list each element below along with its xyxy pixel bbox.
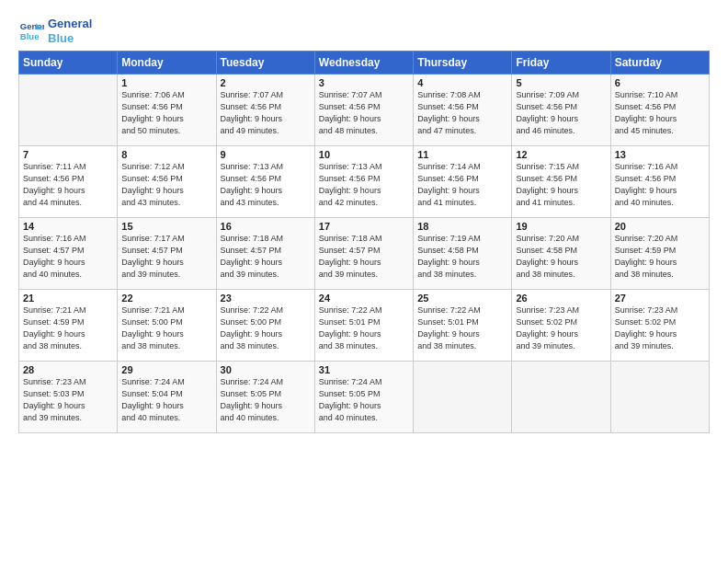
day-cell: 21Sunrise: 7:21 AMSunset: 4:59 PMDayligh… xyxy=(19,290,118,362)
day-info: Sunrise: 7:16 AMSunset: 4:57 PMDaylight:… xyxy=(23,233,113,281)
day-cell xyxy=(512,362,610,433)
day-cell: 12Sunrise: 7:15 AMSunset: 4:56 PMDayligh… xyxy=(512,146,610,218)
day-info: Sunrise: 7:23 AMSunset: 5:02 PMDaylight:… xyxy=(516,304,606,352)
day-cell: 11Sunrise: 7:14 AMSunset: 4:56 PMDayligh… xyxy=(414,146,512,218)
day-cell: 10Sunrise: 7:13 AMSunset: 4:56 PMDayligh… xyxy=(314,146,413,218)
logo-text-blue: Blue xyxy=(48,31,92,46)
day-number: 12 xyxy=(516,149,606,160)
day-info: Sunrise: 7:24 AMSunset: 5:05 PMDaylight:… xyxy=(319,376,409,424)
day-info: Sunrise: 7:15 AMSunset: 4:56 PMDaylight:… xyxy=(516,161,606,209)
header-day-monday: Monday xyxy=(118,52,216,75)
header-day-tuesday: Tuesday xyxy=(216,52,314,75)
day-info: Sunrise: 7:21 AMSunset: 4:59 PMDaylight:… xyxy=(23,304,113,352)
day-cell: 22Sunrise: 7:21 AMSunset: 5:00 PMDayligh… xyxy=(118,290,216,362)
day-cell: 9Sunrise: 7:13 AMSunset: 4:56 PMDaylight… xyxy=(216,146,314,218)
day-number: 21 xyxy=(23,293,113,304)
day-number: 8 xyxy=(121,149,211,160)
day-number: 3 xyxy=(319,77,409,88)
day-cell: 28Sunrise: 7:23 AMSunset: 5:03 PMDayligh… xyxy=(19,362,118,433)
day-number: 17 xyxy=(319,221,409,232)
week-row-1: 1Sunrise: 7:06 AMSunset: 4:56 PMDaylight… xyxy=(19,75,710,146)
day-info: Sunrise: 7:18 AMSunset: 4:57 PMDaylight:… xyxy=(221,233,311,281)
day-cell: 31Sunrise: 7:24 AMSunset: 5:05 PMDayligh… xyxy=(314,362,413,433)
day-cell: 20Sunrise: 7:20 AMSunset: 4:59 PMDayligh… xyxy=(610,218,709,290)
svg-text:General: General xyxy=(20,21,44,31)
day-number: 27 xyxy=(615,293,705,304)
day-number: 2 xyxy=(221,77,311,88)
day-info: Sunrise: 7:11 AMSunset: 4:56 PMDaylight:… xyxy=(23,161,113,209)
day-number: 30 xyxy=(221,364,311,375)
day-number: 7 xyxy=(23,149,113,160)
week-row-3: 14Sunrise: 7:16 AMSunset: 4:57 PMDayligh… xyxy=(19,218,710,290)
day-number: 24 xyxy=(319,293,409,304)
day-cell: 7Sunrise: 7:11 AMSunset: 4:56 PMDaylight… xyxy=(19,146,118,218)
calendar-table: SundayMondayTuesdayWednesdayThursdayFrid… xyxy=(18,51,710,433)
day-number: 11 xyxy=(417,149,507,160)
week-row-5: 28Sunrise: 7:23 AMSunset: 5:03 PMDayligh… xyxy=(19,362,710,433)
day-info: Sunrise: 7:14 AMSunset: 4:56 PMDaylight:… xyxy=(417,161,507,209)
day-info: Sunrise: 7:23 AMSunset: 5:03 PMDaylight:… xyxy=(23,376,113,424)
day-cell: 27Sunrise: 7:23 AMSunset: 5:02 PMDayligh… xyxy=(610,290,709,362)
day-number: 16 xyxy=(221,221,311,232)
day-info: Sunrise: 7:22 AMSunset: 5:01 PMDaylight:… xyxy=(417,304,507,352)
day-number: 14 xyxy=(23,221,113,232)
day-info: Sunrise: 7:22 AMSunset: 5:00 PMDaylight:… xyxy=(221,304,311,352)
day-cell: 2Sunrise: 7:07 AMSunset: 4:56 PMDaylight… xyxy=(216,75,314,146)
day-cell xyxy=(610,362,709,433)
day-cell: 6Sunrise: 7:10 AMSunset: 4:56 PMDaylight… xyxy=(610,75,709,146)
day-cell: 13Sunrise: 7:16 AMSunset: 4:56 PMDayligh… xyxy=(610,146,709,218)
day-info: Sunrise: 7:10 AMSunset: 4:56 PMDaylight:… xyxy=(615,89,705,137)
day-number: 1 xyxy=(121,77,211,88)
day-number: 13 xyxy=(615,149,705,160)
day-info: Sunrise: 7:06 AMSunset: 4:56 PMDaylight:… xyxy=(121,89,211,137)
day-number: 22 xyxy=(121,293,211,304)
logo: General Blue General Blue xyxy=(18,17,92,45)
day-info: Sunrise: 7:07 AMSunset: 4:56 PMDaylight:… xyxy=(221,89,311,137)
day-info: Sunrise: 7:19 AMSunset: 4:58 PMDaylight:… xyxy=(417,233,507,281)
logo-text-general: General xyxy=(48,17,92,31)
week-row-4: 21Sunrise: 7:21 AMSunset: 4:59 PMDayligh… xyxy=(19,290,710,362)
day-info: Sunrise: 7:08 AMSunset: 4:56 PMDaylight:… xyxy=(417,89,507,137)
day-info: Sunrise: 7:20 AMSunset: 4:58 PMDaylight:… xyxy=(516,233,606,281)
day-info: Sunrise: 7:13 AMSunset: 4:56 PMDaylight:… xyxy=(221,161,311,209)
header-day-saturday: Saturday xyxy=(610,52,709,75)
day-cell: 23Sunrise: 7:22 AMSunset: 5:00 PMDayligh… xyxy=(216,290,314,362)
day-info: Sunrise: 7:09 AMSunset: 4:56 PMDaylight:… xyxy=(516,89,606,137)
day-info: Sunrise: 7:07 AMSunset: 4:56 PMDaylight:… xyxy=(319,89,409,137)
day-cell: 26Sunrise: 7:23 AMSunset: 5:02 PMDayligh… xyxy=(512,290,610,362)
day-number: 10 xyxy=(319,149,409,160)
day-info: Sunrise: 7:23 AMSunset: 5:02 PMDaylight:… xyxy=(615,304,705,352)
header-day-wednesday: Wednesday xyxy=(314,52,413,75)
day-cell xyxy=(414,362,512,433)
logo-icon: General Blue xyxy=(18,18,44,44)
header-row: SundayMondayTuesdayWednesdayThursdayFrid… xyxy=(19,52,710,75)
header-day-thursday: Thursday xyxy=(414,52,512,75)
day-cell: 1Sunrise: 7:06 AMSunset: 4:56 PMDaylight… xyxy=(118,75,216,146)
day-cell: 16Sunrise: 7:18 AMSunset: 4:57 PMDayligh… xyxy=(216,218,314,290)
day-info: Sunrise: 7:24 AMSunset: 5:05 PMDaylight:… xyxy=(221,376,311,424)
day-cell xyxy=(19,75,118,146)
day-number: 9 xyxy=(221,149,311,160)
day-info: Sunrise: 7:18 AMSunset: 4:57 PMDaylight:… xyxy=(319,233,409,281)
day-number: 20 xyxy=(615,221,705,232)
day-info: Sunrise: 7:21 AMSunset: 5:00 PMDaylight:… xyxy=(121,304,211,352)
day-number: 25 xyxy=(417,293,507,304)
day-number: 19 xyxy=(516,221,606,232)
day-number: 28 xyxy=(23,364,113,375)
day-info: Sunrise: 7:24 AMSunset: 5:04 PMDaylight:… xyxy=(121,376,211,424)
day-number: 6 xyxy=(615,77,705,88)
day-cell: 3Sunrise: 7:07 AMSunset: 4:56 PMDaylight… xyxy=(314,75,413,146)
week-row-2: 7Sunrise: 7:11 AMSunset: 4:56 PMDaylight… xyxy=(19,146,710,218)
day-info: Sunrise: 7:12 AMSunset: 4:56 PMDaylight:… xyxy=(121,161,211,209)
day-cell: 30Sunrise: 7:24 AMSunset: 5:05 PMDayligh… xyxy=(216,362,314,433)
day-cell: 29Sunrise: 7:24 AMSunset: 5:04 PMDayligh… xyxy=(118,362,216,433)
header-day-friday: Friday xyxy=(512,52,610,75)
day-number: 4 xyxy=(417,77,507,88)
day-cell: 15Sunrise: 7:17 AMSunset: 4:57 PMDayligh… xyxy=(118,218,216,290)
day-number: 5 xyxy=(516,77,606,88)
day-info: Sunrise: 7:13 AMSunset: 4:56 PMDaylight:… xyxy=(319,161,409,209)
day-number: 18 xyxy=(417,221,507,232)
day-cell: 24Sunrise: 7:22 AMSunset: 5:01 PMDayligh… xyxy=(314,290,413,362)
day-cell: 25Sunrise: 7:22 AMSunset: 5:01 PMDayligh… xyxy=(414,290,512,362)
day-number: 23 xyxy=(221,293,311,304)
